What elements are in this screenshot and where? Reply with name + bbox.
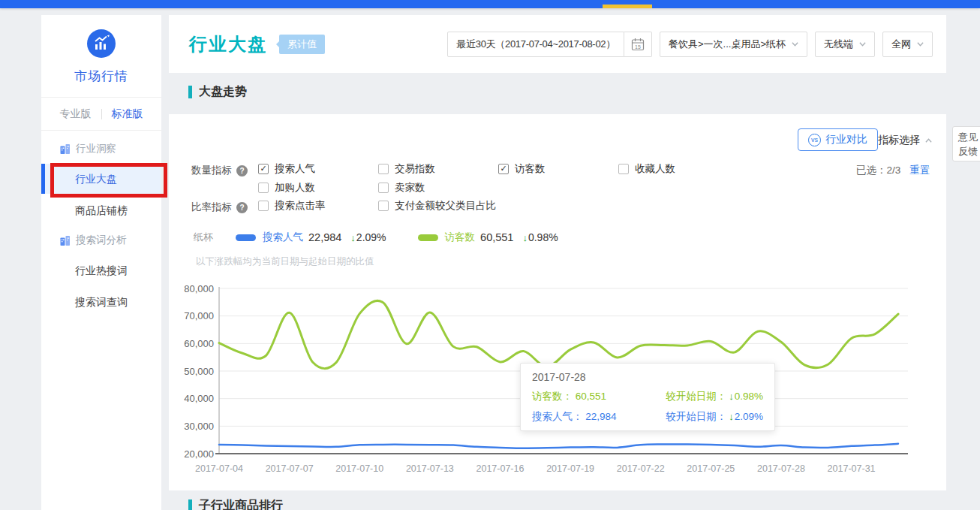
divider bbox=[101, 109, 102, 119]
legend-item-搜索人气[interactable]: 搜索人气22,984↓2.09% bbox=[236, 231, 386, 244]
checkbox-搜索点击率[interactable]: 搜索点击率 bbox=[258, 200, 378, 211]
checkbox-交易指数[interactable]: 交易指数 bbox=[378, 163, 498, 174]
selected-count: 已选：2/3重置 bbox=[856, 164, 930, 177]
tooltip-row-visitors: 访客数： 60,551 较开始日期：↓0.98% bbox=[532, 390, 763, 403]
svg-text:2017-07-04: 2017-07-04 bbox=[195, 463, 243, 474]
category-selector[interactable]: 餐饮具>一次...桌用品>纸杯 bbox=[660, 32, 807, 57]
tab-standard[interactable]: 标准版 bbox=[112, 107, 143, 121]
chart-tooltip: 2017-07-28 访客数： 60,551 较开始日期：↓0.98% 搜索人气… bbox=[520, 363, 775, 431]
checkbox-搜索人气[interactable]: ✓搜索人气 bbox=[258, 163, 378, 174]
down-arrow-icon: ↓ bbox=[522, 232, 528, 243]
svg-text:50,000: 50,000 bbox=[184, 366, 214, 377]
page-header: 行业大盘 累计值 最近30天（2017-07-04~2017-08-02） 15… bbox=[169, 15, 946, 73]
version-tabs: 专业版 标准版 bbox=[41, 98, 161, 130]
metric-select-toggle[interactable]: 指标选择 bbox=[878, 134, 932, 147]
svg-text:2017-07-22: 2017-07-22 bbox=[617, 463, 665, 474]
cumulative-value-badge: 累计值 bbox=[279, 35, 325, 54]
svg-text:2017-07-10: 2017-07-10 bbox=[335, 463, 383, 474]
svg-text:60,000: 60,000 bbox=[184, 338, 214, 349]
checkbox-加购人数[interactable]: 加购人数 bbox=[258, 182, 378, 193]
terminal-selector[interactable]: 无线端 bbox=[815, 32, 875, 57]
sidebar: 市场行情 专业版 标准版 行业洞察行业大盘商品店铺榜搜索词分析行业热搜词搜索词查… bbox=[41, 15, 161, 510]
chevron-down-icon bbox=[792, 41, 798, 47]
chevron-up-icon bbox=[925, 137, 932, 144]
quantity-metrics-checkboxes: ✓搜索人气交易指数✓访客数收藏人数加购人数卖家数 bbox=[258, 163, 798, 193]
calendar-icon: 15 bbox=[631, 38, 645, 51]
svg-text:2017-07-07: 2017-07-07 bbox=[266, 463, 314, 474]
down-arrow-icon: ↓ bbox=[729, 391, 734, 402]
legend-category: 纸杯 bbox=[194, 231, 213, 244]
checkbox-收藏人数[interactable]: 收藏人数 bbox=[618, 163, 738, 174]
series-line-访客数 bbox=[219, 300, 898, 368]
svg-text:2017-07-31: 2017-07-31 bbox=[828, 463, 876, 474]
checkbox-icon bbox=[378, 201, 389, 211]
sidebar-item-搜索词查询[interactable]: 搜索词查询 bbox=[41, 287, 161, 317]
svg-text:2017-07-13: 2017-07-13 bbox=[406, 463, 454, 474]
ratio-metrics-checkboxes: 搜索点击率支付金额较父类目占比 bbox=[258, 200, 798, 211]
section-header-next: 子行业商品排行 bbox=[188, 498, 283, 510]
buildings-icon bbox=[60, 144, 71, 154]
sidebar-item-行业大盘[interactable]: 行业大盘 bbox=[41, 164, 161, 194]
filter-selectors: 最近30天（2017-07-04~2017-08-02） 15 餐饮具>一次..… bbox=[447, 32, 933, 57]
sidebar-item-行业热搜词[interactable]: 行业热搜词 bbox=[41, 255, 161, 285]
chart-hint-text: 以下涨跌幅均为当前日期与起始日期的比值 bbox=[196, 255, 374, 268]
date-range-value: 最近30天（2017-07-04~2017-08-02） bbox=[456, 38, 615, 51]
down-arrow-icon: ↓ bbox=[350, 232, 356, 243]
sidebar-item-商品店铺榜[interactable]: 商品店铺榜 bbox=[41, 195, 161, 225]
series-line-搜索人气 bbox=[219, 444, 898, 448]
quantity-metrics-label: 数量指标 ? bbox=[191, 164, 248, 177]
vs-icon: vs bbox=[808, 134, 821, 146]
tooltip-row-search: 搜索人气： 22,984 较开始日期：↓2.09% bbox=[532, 410, 763, 424]
section-bullet bbox=[188, 499, 192, 510]
svg-text:2017-07-16: 2017-07-16 bbox=[476, 463, 525, 474]
tooltip-date: 2017-07-28 bbox=[532, 371, 763, 383]
checkbox-checked-icon: ✓ bbox=[258, 164, 269, 174]
svg-text:70,000: 70,000 bbox=[184, 310, 214, 321]
svg-text:2017-07-28: 2017-07-28 bbox=[757, 463, 805, 474]
industry-compare-button[interactable]: vs 行业对比 bbox=[798, 128, 878, 151]
checkbox-icon bbox=[258, 201, 269, 211]
section-header-trend: 大盘走势 bbox=[188, 84, 247, 100]
sidebar-nav: 行业洞察行业大盘商品店铺榜搜索词分析行业热搜词搜索词查询 bbox=[41, 130, 161, 317]
market-trend-logo-icon bbox=[87, 29, 116, 58]
chart-legend: 纸杯 搜索人气22,984↓2.09%访客数60,551↓0.98% bbox=[194, 231, 590, 244]
svg-text:80,000: 80,000 bbox=[184, 284, 214, 294]
terminal-value: 无线端 bbox=[824, 38, 853, 51]
help-icon[interactable]: ? bbox=[236, 202, 248, 213]
checkbox-icon bbox=[378, 183, 389, 193]
calendar-button[interactable]: 15 bbox=[624, 32, 652, 57]
scope-selector[interactable]: 全网 bbox=[882, 32, 933, 57]
ratio-metrics-label: 比率指标 ? bbox=[191, 201, 248, 214]
down-arrow-icon: ↓ bbox=[729, 411, 734, 422]
section-bullet bbox=[188, 86, 192, 98]
reset-link[interactable]: 重置 bbox=[909, 164, 930, 176]
tab-professional[interactable]: 专业版 bbox=[60, 107, 92, 121]
legend-pill-icon bbox=[236, 234, 256, 241]
svg-text:15: 15 bbox=[635, 44, 641, 49]
checkbox-访客数[interactable]: ✓访客数 bbox=[498, 163, 618, 174]
chart-area: 20,00030,00040,00050,00060,00070,00080,0… bbox=[176, 284, 934, 487]
checkbox-icon bbox=[618, 164, 629, 174]
svg-text:40,000: 40,000 bbox=[184, 393, 214, 404]
svg-text:2017-07-25: 2017-07-25 bbox=[687, 463, 735, 474]
svg-text:2017-07-19: 2017-07-19 bbox=[546, 463, 594, 474]
feedback-tab[interactable]: 意见 反馈 bbox=[952, 126, 980, 161]
active-tab-indicator bbox=[603, 5, 652, 8]
page-title: 行业大盘 bbox=[189, 32, 267, 56]
chevron-down-icon bbox=[859, 41, 866, 47]
nav-group-搜索词分析: 搜索词分析 bbox=[41, 227, 161, 254]
trend-panel: vs 行业对比 指标选择 数量指标 ? ✓搜索人气交易指数✓访客数收藏人数加购人… bbox=[169, 114, 946, 490]
chevron-down-icon bbox=[917, 41, 924, 47]
help-icon[interactable]: ? bbox=[236, 165, 248, 177]
nav-group-行业洞察: 行业洞察 bbox=[41, 135, 161, 162]
category-value: 餐饮具>一次...桌用品>纸杯 bbox=[669, 38, 786, 51]
svg-text:30,000: 30,000 bbox=[184, 421, 214, 432]
checkbox-checked-icon: ✓ bbox=[498, 164, 509, 174]
date-range-selector[interactable]: 最近30天（2017-07-04~2017-08-02） bbox=[447, 32, 624, 57]
checkbox-卖家数[interactable]: 卖家数 bbox=[378, 182, 498, 193]
checkbox-icon bbox=[378, 164, 389, 174]
checkbox-icon bbox=[258, 183, 269, 193]
checkbox-支付金额较父类目占比[interactable]: 支付金额较父类目占比 bbox=[378, 200, 498, 211]
buildings-icon bbox=[60, 236, 71, 246]
legend-item-访客数[interactable]: 访客数60,551↓0.98% bbox=[418, 231, 558, 244]
